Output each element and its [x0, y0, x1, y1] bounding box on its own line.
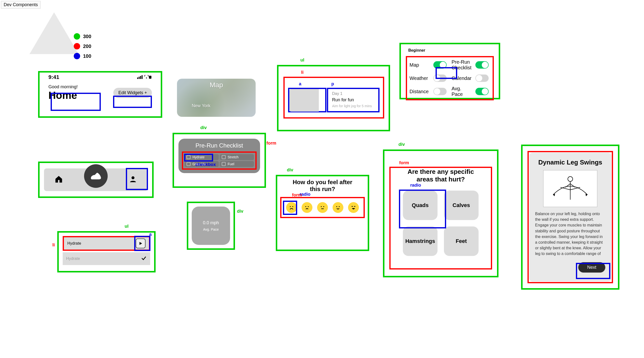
- toggle-avg.-pace[interactable]: [476, 88, 489, 95]
- edit-highlight: [113, 96, 152, 108]
- label-div-pace: div: [237, 209, 243, 214]
- pace-value: 0.0 mph: [203, 220, 219, 226]
- training-frame: li a p Day 1 Run for fun Aim for light j…: [277, 65, 390, 131]
- label-ul: ul: [300, 58, 304, 63]
- feel-form-frame: radio: [280, 197, 365, 218]
- label-li-hydrate: li: [52, 242, 55, 248]
- checklist-item-label: Fuel: [228, 162, 234, 166]
- legend-dot-blue: [74, 53, 80, 59]
- toggle-distance[interactable]: [433, 88, 446, 95]
- exercise-description: Balance on your left leg, holding onto t…: [535, 211, 606, 258]
- emoji-meh[interactable]: [317, 202, 328, 213]
- emoji-smile[interactable]: [332, 202, 344, 213]
- hydrate-done-label: Hydrate: [66, 256, 80, 261]
- checklist-frame: Pre-Run Checklist form HydrateStretchGea…: [172, 133, 266, 188]
- hydrate-li-frame: Hydrate: [63, 236, 150, 251]
- label-div-feel: div: [287, 168, 293, 172]
- weather-toggle-highlight: [436, 67, 457, 79]
- play-highlight: [134, 236, 150, 251]
- toggle-label: Distance: [410, 89, 430, 94]
- status-time: 9:41: [48, 74, 59, 80]
- hydrate-frame: li a Hydrate Hydrate: [57, 231, 156, 272]
- hurt-option-feet[interactable]: Feet: [444, 226, 478, 256]
- training-thumbnail[interactable]: [289, 89, 319, 112]
- pace-widget[interactable]: 0.0 mph Avg. Pace: [192, 206, 230, 245]
- legend-triangle: [30, 12, 79, 54]
- exercise-illustration: [543, 170, 597, 207]
- pace-frame: 0.0 mph Avg. Pace: [187, 202, 235, 250]
- hurt-frame: form Are there any specific areas that h…: [383, 150, 498, 277]
- checkbox-icon: [222, 155, 226, 159]
- toggle-pre-run-checklist[interactable]: [476, 61, 489, 68]
- svg-line-21: [560, 187, 570, 190]
- label-radio-feel: radio: [300, 192, 310, 197]
- checklist-form-frame: HydrateStretchGear UpFuel checkbox: [182, 152, 256, 170]
- home-icon[interactable]: [54, 175, 63, 185]
- svg-point-15: [339, 206, 340, 207]
- legend-value-green: 300: [83, 34, 91, 39]
- checkbox-icon: [222, 162, 226, 166]
- beginner-heading: Beginner: [406, 48, 494, 52]
- run-shoe-icon[interactable]: [84, 164, 108, 188]
- label-form-hurt: form: [399, 160, 409, 166]
- quads-highlight: [399, 190, 446, 228]
- label-div-hurt: div: [398, 142, 405, 147]
- check-icon: [141, 255, 147, 262]
- svg-point-14: [336, 206, 337, 207]
- legend-value-blue: 100: [83, 53, 91, 59]
- toggle-label: Weather: [410, 76, 430, 81]
- svg-line-22: [570, 187, 580, 190]
- hydrate-pending-label: Hydrate: [67, 241, 81, 246]
- map-widget[interactable]: Map New York: [177, 79, 256, 117]
- checkbox-icon: [186, 162, 190, 166]
- checklist-title: Pre-Run Checklist: [182, 142, 256, 149]
- svg-rect-3: [142, 75, 142, 79]
- svg-rect-1: [139, 77, 140, 79]
- hydrate-check-highlight: [184, 154, 213, 162]
- greeting-text: Good morning!: [48, 84, 78, 90]
- checklist-item-stretch[interactable]: Stretch: [220, 154, 254, 160]
- label-p: p: [331, 82, 334, 86]
- training-day: Day 1: [332, 92, 374, 96]
- svg-rect-5: [149, 76, 152, 79]
- svg-rect-2: [140, 76, 141, 79]
- toggle-label: Avg. Pace: [452, 86, 472, 97]
- status-icons: [137, 74, 152, 80]
- training-a-frame: [288, 88, 326, 112]
- beginner-list-frame: MapPre-Run ChecklistWeatherCalendarDista…: [406, 56, 494, 100]
- hurt-option-calves[interactable]: Calves: [444, 190, 478, 220]
- svg-point-11: [321, 206, 322, 207]
- next-button-highlight: [576, 263, 610, 279]
- svg-point-12: [323, 206, 324, 207]
- first-emoji-highlight: [283, 201, 297, 215]
- feel-question: How do you feel after this run?: [277, 176, 368, 195]
- hurt-option-hamstrings[interactable]: Hamstrings: [403, 226, 438, 256]
- training-subtitle: Aim for light jog for 5 mins: [332, 104, 374, 108]
- exercise-frame: Dynamic Leg Swings Bal: [521, 144, 620, 290]
- toggle-calendar[interactable]: [476, 74, 489, 82]
- toggle-label: Map: [410, 62, 430, 68]
- legend-dot-red: [74, 43, 80, 50]
- training-p-frame: Day 1 Run for fun Aim for light jog for …: [327, 88, 380, 112]
- label-li: li: [301, 70, 304, 75]
- pace-label: Avg. Pace: [203, 228, 219, 231]
- legend-value-red: 200: [83, 44, 91, 49]
- map-city-label: New York: [192, 103, 210, 108]
- legend-dot-green: [74, 33, 80, 40]
- emoji-grin[interactable]: [348, 202, 359, 213]
- beginner-frame: Beginner MapPre-Run ChecklistWeatherCale…: [400, 43, 500, 99]
- checklist-item-fuel[interactable]: Fuel: [220, 161, 254, 167]
- emoji-frown[interactable]: [302, 202, 312, 213]
- svg-point-4: [146, 78, 147, 78]
- dev-components-button[interactable]: Dev Components: [1, 1, 40, 8]
- exercise-inner-frame: Dynamic Leg Swings Bal: [528, 151, 613, 283]
- checklist-item-label: Stretch: [228, 155, 238, 159]
- svg-point-9: [305, 206, 306, 207]
- profile-icon-highlight: [126, 168, 148, 190]
- training-title: Run for fun: [332, 97, 374, 102]
- label-checkbox: checkbox: [196, 162, 216, 167]
- exercise-title: Dynamic Leg Swings: [535, 158, 606, 166]
- label-ul-hydrate: ul: [124, 224, 128, 229]
- title-highlight: [51, 93, 101, 111]
- hurt-question: Are there any specific areas that hurt?: [390, 168, 491, 183]
